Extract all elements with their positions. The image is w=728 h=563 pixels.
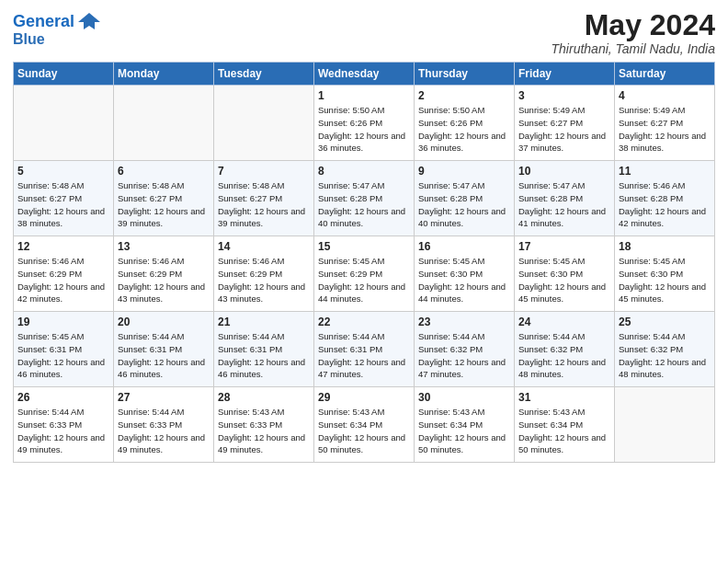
day-info: Sunrise: 5:48 AM Sunset: 6:27 PM Dayligh…	[118, 179, 210, 230]
day-number: 19	[17, 316, 109, 328]
day-number: 7	[218, 165, 310, 178]
day-number: 6	[118, 165, 210, 178]
day-info: Sunrise: 5:45 AM Sunset: 6:30 PM Dayligh…	[619, 255, 711, 305]
logo: General Blue	[13, 9, 102, 48]
day-info: Sunrise: 5:46 AM Sunset: 6:29 PM Dayligh…	[17, 255, 109, 305]
day-info: Sunrise: 5:45 AM Sunset: 6:30 PM Dayligh…	[418, 255, 510, 305]
col-sunday: Sunday	[14, 63, 114, 86]
calendar-day-cell: 15Sunrise: 5:45 AM Sunset: 6:29 PM Dayli…	[314, 236, 415, 312]
day-number: 29	[318, 391, 410, 404]
calendar-day-cell: 28Sunrise: 5:43 AM Sunset: 6:33 PM Dayli…	[214, 387, 314, 463]
calendar-day-cell: 12Sunrise: 5:46 AM Sunset: 6:29 PM Dayli…	[14, 236, 114, 312]
calendar-week-row: 5Sunrise: 5:48 AM Sunset: 6:27 PM Daylig…	[14, 161, 715, 236]
day-info: Sunrise: 5:44 AM Sunset: 6:33 PM Dayligh…	[118, 406, 210, 456]
col-thursday: Thursday	[415, 63, 515, 86]
day-number: 18	[619, 240, 711, 253]
day-info: Sunrise: 5:46 AM Sunset: 6:28 PM Dayligh…	[619, 179, 711, 230]
day-number: 8	[318, 165, 410, 178]
col-tuesday: Tuesday	[214, 63, 314, 86]
day-number: 21	[218, 316, 310, 328]
calendar-day-cell: 11Sunrise: 5:46 AM Sunset: 6:28 PM Dayli…	[615, 161, 715, 236]
calendar-day-cell	[615, 387, 715, 463]
calendar-day-cell: 8Sunrise: 5:47 AM Sunset: 6:28 PM Daylig…	[314, 161, 415, 236]
day-number: 24	[518, 316, 610, 328]
calendar-day-cell: 13Sunrise: 5:46 AM Sunset: 6:29 PM Dayli…	[114, 236, 214, 312]
day-info: Sunrise: 5:47 AM Sunset: 6:28 PM Dayligh…	[318, 179, 410, 230]
day-info: Sunrise: 5:43 AM Sunset: 6:34 PM Dayligh…	[518, 406, 610, 456]
day-number: 9	[418, 165, 510, 178]
day-info: Sunrise: 5:48 AM Sunset: 6:27 PM Dayligh…	[17, 179, 109, 230]
calendar-table: Sunday Monday Tuesday Wednesday Thursday…	[13, 62, 715, 463]
calendar-day-cell: 4Sunrise: 5:49 AM Sunset: 6:27 PM Daylig…	[615, 86, 715, 161]
calendar-day-cell: 7Sunrise: 5:48 AM Sunset: 6:27 PM Daylig…	[214, 161, 314, 236]
day-info: Sunrise: 5:43 AM Sunset: 6:34 PM Dayligh…	[318, 406, 410, 456]
month-title: May 2024	[552, 9, 715, 41]
calendar-day-cell: 29Sunrise: 5:43 AM Sunset: 6:34 PM Dayli…	[314, 387, 415, 463]
day-number: 23	[418, 316, 510, 328]
calendar-header-row: Sunday Monday Tuesday Wednesday Thursday…	[14, 63, 715, 86]
calendar-day-cell: 6Sunrise: 5:48 AM Sunset: 6:27 PM Daylig…	[114, 161, 214, 236]
header: General Blue May 2024 Thiruthani, Tamil …	[13, 9, 715, 56]
day-number: 30	[418, 391, 510, 404]
day-info: Sunrise: 5:48 AM Sunset: 6:27 PM Dayligh…	[218, 179, 310, 230]
logo-bird-icon	[76, 9, 102, 35]
calendar-day-cell: 27Sunrise: 5:44 AM Sunset: 6:33 PM Dayli…	[114, 387, 214, 463]
col-saturday: Saturday	[615, 63, 715, 86]
day-info: Sunrise: 5:44 AM Sunset: 6:33 PM Dayligh…	[17, 406, 109, 456]
calendar-week-row: 19Sunrise: 5:45 AM Sunset: 6:31 PM Dayli…	[14, 312, 715, 387]
day-number: 4	[619, 89, 711, 102]
calendar-day-cell: 26Sunrise: 5:44 AM Sunset: 6:33 PM Dayli…	[14, 387, 114, 463]
day-number: 31	[518, 391, 610, 404]
day-info: Sunrise: 5:44 AM Sunset: 6:32 PM Dayligh…	[518, 330, 610, 381]
day-number: 27	[118, 391, 210, 404]
location: Thiruthani, Tamil Nadu, India	[552, 41, 715, 56]
calendar-day-cell	[14, 86, 114, 161]
day-info: Sunrise: 5:46 AM Sunset: 6:29 PM Dayligh…	[118, 255, 210, 305]
calendar-day-cell: 1Sunrise: 5:50 AM Sunset: 6:26 PM Daylig…	[314, 86, 415, 161]
day-number: 28	[218, 391, 310, 404]
calendar-day-cell: 31Sunrise: 5:43 AM Sunset: 6:34 PM Dayli…	[515, 387, 615, 463]
day-info: Sunrise: 5:45 AM Sunset: 6:29 PM Dayligh…	[318, 255, 410, 305]
day-info: Sunrise: 5:49 AM Sunset: 6:27 PM Dayligh…	[619, 104, 711, 155]
day-info: Sunrise: 5:43 AM Sunset: 6:33 PM Dayligh…	[218, 406, 310, 456]
day-number: 10	[518, 165, 610, 178]
calendar-week-row: 12Sunrise: 5:46 AM Sunset: 6:29 PM Dayli…	[14, 236, 715, 312]
calendar-day-cell: 30Sunrise: 5:43 AM Sunset: 6:34 PM Dayli…	[415, 387, 515, 463]
day-info: Sunrise: 5:46 AM Sunset: 6:29 PM Dayligh…	[218, 255, 310, 305]
day-info: Sunrise: 5:50 AM Sunset: 6:26 PM Dayligh…	[318, 104, 410, 155]
day-number: 1	[318, 89, 410, 102]
day-number: 14	[218, 240, 310, 253]
logo-text: General	[13, 13, 74, 31]
day-info: Sunrise: 5:49 AM Sunset: 6:27 PM Dayligh…	[518, 104, 610, 155]
day-number: 5	[17, 165, 109, 178]
calendar-day-cell: 25Sunrise: 5:44 AM Sunset: 6:32 PM Dayli…	[615, 312, 715, 387]
day-number: 2	[418, 89, 510, 102]
col-monday: Monday	[114, 63, 214, 86]
calendar-day-cell	[114, 86, 214, 161]
calendar-day-cell: 2Sunrise: 5:50 AM Sunset: 6:26 PM Daylig…	[415, 86, 515, 161]
calendar-day-cell: 22Sunrise: 5:44 AM Sunset: 6:31 PM Dayli…	[314, 312, 415, 387]
calendar-week-row: 26Sunrise: 5:44 AM Sunset: 6:33 PM Dayli…	[14, 387, 715, 463]
title-block: May 2024 Thiruthani, Tamil Nadu, India	[552, 9, 715, 56]
day-info: Sunrise: 5:47 AM Sunset: 6:28 PM Dayligh…	[518, 179, 610, 230]
day-number: 12	[17, 240, 109, 253]
day-number: 13	[118, 240, 210, 253]
svg-marker-0	[78, 13, 100, 29]
day-info: Sunrise: 5:47 AM Sunset: 6:28 PM Dayligh…	[418, 179, 510, 230]
day-info: Sunrise: 5:50 AM Sunset: 6:26 PM Dayligh…	[418, 104, 510, 155]
day-number: 17	[518, 240, 610, 253]
calendar-day-cell: 24Sunrise: 5:44 AM Sunset: 6:32 PM Dayli…	[515, 312, 615, 387]
day-number: 20	[118, 316, 210, 328]
day-info: Sunrise: 5:44 AM Sunset: 6:31 PM Dayligh…	[218, 330, 310, 381]
day-number: 25	[619, 316, 711, 328]
calendar-day-cell: 18Sunrise: 5:45 AM Sunset: 6:30 PM Dayli…	[615, 236, 715, 312]
calendar-day-cell: 9Sunrise: 5:47 AM Sunset: 6:28 PM Daylig…	[415, 161, 515, 236]
page: General Blue May 2024 Thiruthani, Tamil …	[0, 0, 728, 563]
day-number: 16	[418, 240, 510, 253]
day-number: 26	[17, 391, 109, 404]
calendar-day-cell	[214, 86, 314, 161]
day-number: 11	[619, 165, 711, 178]
calendar-day-cell: 3Sunrise: 5:49 AM Sunset: 6:27 PM Daylig…	[515, 86, 615, 161]
calendar-day-cell: 19Sunrise: 5:45 AM Sunset: 6:31 PM Dayli…	[14, 312, 114, 387]
logo-blue-text: Blue	[13, 31, 45, 48]
